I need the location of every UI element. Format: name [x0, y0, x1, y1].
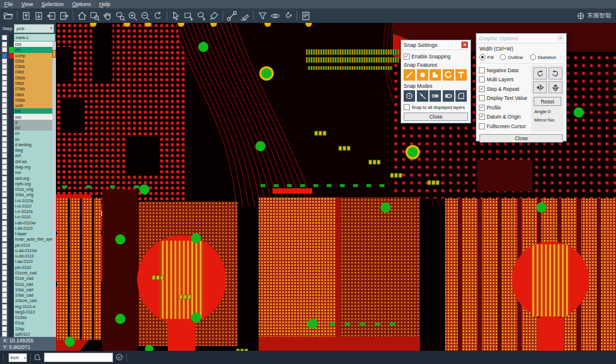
layer-row-i-dd-0110[interactable]: i-dd-0110: [0, 226, 56, 231]
layer-row-2d[interactable]: 2d: [0, 125, 56, 131]
menu-options[interactable]: Options: [68, 1, 95, 7]
select-rectangle-icon[interactable]: [182, 10, 195, 22]
layer-visibility-checkbox[interactable]: [2, 332, 7, 337]
snap-point-button[interactable]: [417, 90, 428, 102]
layer-row-u-dd-0110w[interactable]: u-dd-0110w: [0, 248, 56, 253]
layer-name[interactable]: 10se_cad: [14, 292, 52, 298]
layer-visibility-checkbox[interactable]: [2, 137, 7, 142]
filter-icon[interactable]: [256, 10, 269, 22]
export-icon[interactable]: [58, 10, 70, 22]
layer-row-dwg-org[interactable]: dwg-org: [0, 164, 56, 170]
menu-file[interactable]: File: [0, 1, 17, 7]
snap-arc-button[interactable]: [443, 69, 454, 81]
layer-row-03lsb[interactable]: 03lsb: [0, 64, 56, 69]
layer-row-npth-org[interactable]: npth-org: [0, 181, 56, 187]
enable-snapping-checkbox[interactable]: ✓ Enable Snapping: [404, 54, 468, 60]
layer-row-10scm_cad[interactable]: 10scm_cad: [0, 298, 56, 303]
layer-row-reg-0110-d[interactable]: reg-0110-d: [0, 303, 56, 309]
layer-name[interactable]: npth-org: [14, 181, 52, 187]
layer-name[interactable]: inner_auto_film_symb: [14, 236, 52, 242]
report-icon[interactable]: [300, 10, 312, 22]
layer-row-targ3-0110[interactable]: targ3-0110: [0, 309, 56, 315]
checkbox-fullscreen-cursor[interactable]: Fullscreen Cursor: [479, 122, 531, 131]
layer-row-10ss_cad[interactable]: 10ss_cad: [0, 287, 56, 292]
layer-row-05lsb[interactable]: 05lsb: [0, 75, 56, 81]
checkbox-step-repeat[interactable]: ✓Step & Repeat: [479, 85, 531, 93]
layer-name[interactable]: 01ccm_cad: [14, 270, 52, 276]
eraser-icon[interactable]: [238, 10, 251, 22]
new-shape-icon[interactable]: [34, 353, 42, 362]
layer-visibility-checkbox[interactable]: [2, 236, 7, 242]
layer-name[interactable]: sss: [14, 114, 52, 119]
layer-name[interactable]: f-layer: [14, 231, 52, 236]
layer-visibility-checkbox[interactable]: [2, 86, 7, 91]
layer-name[interactable]: i-rc-0110: [14, 203, 52, 209]
mirror-horizontal-button[interactable]: [533, 81, 547, 93]
layer-name[interactable]: 08lst: [14, 91, 52, 97]
layer-visibility-checkbox[interactable]: [2, 231, 7, 236]
layer-row-10ss_orig[interactable]: 10ss_orig: [0, 192, 56, 197]
checkbox-multi-layers[interactable]: Multi Layers: [479, 76, 531, 84]
layer-visibility-checkbox[interactable]: [2, 75, 7, 81]
checkbox-datum-origin[interactable]: ✓Datum & Origin: [479, 113, 531, 122]
layer-name[interactable]: 01cp: [14, 320, 52, 325]
rotate-ccw-button[interactable]: [549, 67, 562, 79]
layer-row-cn[interactable]: cn: [0, 131, 56, 136]
layer-name[interactable]: sm: [14, 108, 52, 114]
layer-name[interactable]: 10sp: [14, 326, 52, 332]
rotate-cw-button[interactable]: [533, 67, 547, 79]
snap-pad-button[interactable]: [417, 69, 428, 81]
layer-name[interactable]: 01cs_orig: [14, 187, 52, 192]
layer-visibility-checkbox[interactable]: [2, 248, 7, 253]
graphic-close-button[interactable]: Close: [479, 134, 563, 143]
layer-row-02lst[interactable]: 02lst: [0, 58, 56, 64]
layer-name[interactable]: 01cba: [14, 315, 52, 320]
layer-visibility-checkbox[interactable]: [2, 69, 7, 75]
layer-name[interactable]: dwg-org: [14, 164, 52, 170]
snap-slot-button[interactable]: [430, 90, 441, 102]
layer-visibility-checkbox[interactable]: [2, 47, 7, 52]
layer-row-01cs_cad[interactable]: 01cs_cad: [0, 281, 56, 286]
measure-icon[interactable]: [226, 10, 238, 22]
layer-row-01ccm_cad[interactable]: 01ccm_cad: [0, 270, 56, 276]
layer-row-08lst[interactable]: 08lst: [0, 91, 56, 97]
layer-name[interactable]: 04lst: [14, 69, 52, 75]
layer-visibility-checkbox[interactable]: [2, 198, 7, 203]
layer-row-dwg[interactable]: dwg: [0, 147, 56, 153]
layer-visibility-checkbox[interactable]: [2, 159, 7, 164]
snap-magnet-icon[interactable]: [282, 10, 294, 22]
layer-visibility-checkbox[interactable]: [2, 92, 7, 97]
layer-row-07lsb[interactable]: 07lsb: [0, 86, 56, 91]
unit-select[interactable]: Inch ▾: [8, 353, 27, 362]
select-icon[interactable]: [170, 10, 182, 22]
layer-name[interactable]: rou: [14, 170, 52, 175]
zoom-in-icon[interactable]: [126, 10, 139, 22]
checkbox-profile[interactable]: ✓Profile: [479, 103, 531, 112]
command-input[interactable]: [44, 353, 113, 362]
layer-name[interactable]: 02lst: [14, 58, 52, 64]
layer-name[interactable]: 01cs_cad: [14, 281, 52, 286]
select-polygon-icon[interactable]: [195, 10, 208, 22]
menu-view[interactable]: View: [17, 1, 37, 7]
view-eye-icon[interactable]: [269, 10, 282, 22]
layer-row-dxf-ea[interactable]: dxf-ea: [0, 159, 56, 164]
layer-name[interactable]: 07lsb: [14, 86, 52, 91]
layer-name[interactable]: targ3-0110: [14, 309, 52, 315]
snap-dialog-titlebar[interactable]: Snap Settings ✕: [401, 40, 470, 50]
layer-row-i-rr-0110s[interactable]: i-rr-0110s: [0, 209, 56, 214]
layer-visibility-checkbox[interactable]: [2, 282, 7, 287]
pan-icon[interactable]: [101, 10, 114, 22]
layer-visibility-checkbox[interactable]: [2, 315, 7, 320]
layer-row-mark-c[interactable]: mark-c: [0, 34, 56, 42]
layer-visibility-checkbox[interactable]: [2, 64, 7, 69]
layer-visibility-checkbox[interactable]: [2, 97, 7, 103]
snap-text-button[interactable]: [455, 69, 467, 81]
close-icon[interactable]: ✕: [557, 35, 564, 42]
mirror-vertical-button[interactable]: [549, 81, 562, 93]
layer-row-sn[interactable]: sn: [0, 137, 56, 142]
layer-visibility-checkbox[interactable]: [2, 292, 7, 298]
layer-name[interactable]: dwg: [14, 147, 52, 153]
zoom-out-icon[interactable]: [139, 10, 152, 22]
layer-row-cm[interactable]: cm: [0, 47, 56, 52]
layer-name[interactable]: pin-0110: [14, 265, 52, 270]
